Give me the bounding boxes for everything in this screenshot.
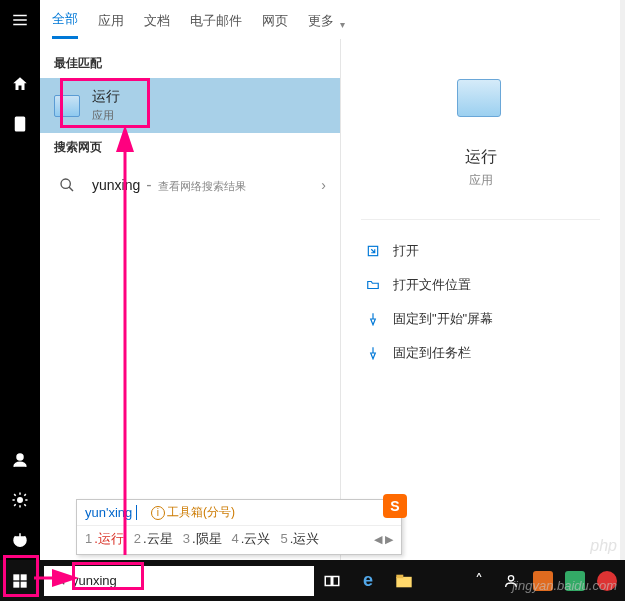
power-icon[interactable]: [0, 520, 40, 560]
action-label: 打开文件位置: [393, 276, 471, 294]
svg-rect-10: [13, 574, 19, 580]
svg-rect-12: [13, 581, 19, 587]
action-label: 打开: [393, 242, 419, 260]
filter-tabs: 全部 应用 文档 电子邮件 网页 更多 ▾: [40, 0, 620, 39]
folder-icon: [365, 277, 381, 293]
tab-apps[interactable]: 应用: [98, 12, 124, 38]
tray-chevron-up-icon[interactable]: ˄: [469, 571, 489, 591]
run-icon-large: [457, 79, 505, 127]
search-panel: 全部 应用 文档 电子邮件 网页 更多 ▾ 最佳匹配 运行 应用 搜索网页: [40, 0, 620, 560]
svg-point-7: [61, 179, 70, 188]
tab-mail[interactable]: 电子邮件: [190, 12, 242, 38]
svg-rect-3: [16, 117, 25, 131]
web-hint: 查看网络搜索结果: [158, 179, 246, 194]
ime-pinyin: yun'xing: [85, 505, 132, 520]
ime-toolbox-hint[interactable]: i工具箱(分号): [151, 504, 235, 521]
action-pin-taskbar[interactable]: 固定到任务栏: [361, 336, 600, 370]
action-open[interactable]: 打开: [361, 234, 600, 268]
search-icon: [52, 572, 66, 590]
search-text: yunxing: [72, 573, 117, 588]
document-icon[interactable]: [0, 104, 40, 144]
chevron-right-icon: ›: [321, 177, 326, 193]
tray-people-icon[interactable]: [501, 571, 521, 591]
chevron-down-icon: ▾: [340, 19, 345, 30]
result-title: 运行: [92, 88, 120, 106]
tab-docs[interactable]: 文档: [144, 12, 170, 38]
action-label: 固定到任务栏: [393, 344, 471, 362]
action-label: 固定到"开始"屏幕: [393, 310, 493, 328]
svg-point-6: [18, 498, 23, 503]
open-icon: [365, 243, 381, 259]
svg-rect-19: [396, 574, 403, 578]
svg-point-14: [54, 573, 62, 581]
ime-candidate-window: S yun'xing i工具箱(分号) 1.运行 2.云星 3.陨星 4.云兴 …: [76, 499, 402, 555]
ime-candidate[interactable]: 2.云星: [134, 530, 173, 548]
task-view-icon[interactable]: [314, 572, 350, 590]
edge-icon[interactable]: e: [350, 570, 386, 591]
tray-app-icon[interactable]: [533, 571, 553, 591]
result-run-app[interactable]: 运行 应用: [40, 78, 340, 133]
section-best-match: 最佳匹配: [40, 49, 340, 78]
tray-app-icon[interactable]: [597, 571, 617, 591]
tab-more[interactable]: 更多: [308, 12, 334, 38]
section-search-web: 搜索网页: [40, 133, 340, 162]
preview-subtitle: 应用: [469, 172, 493, 189]
preview-pane: 运行 应用 打开 打开文件位置: [340, 39, 620, 560]
svg-rect-13: [21, 581, 27, 587]
svg-line-15: [61, 580, 65, 584]
taskbar-left: [0, 0, 40, 560]
ime-candidates: 1.运行 2.云星 3.陨星 4.云兴 5.运兴 ◀ ▶: [77, 525, 401, 554]
svg-point-5: [17, 454, 23, 460]
preview-title: 运行: [465, 147, 497, 168]
tray-app-icon[interactable]: [565, 571, 585, 591]
web-query: yunxing: [92, 177, 140, 193]
gear-icon[interactable]: [0, 480, 40, 520]
action-open-location[interactable]: 打开文件位置: [361, 268, 600, 302]
svg-line-8: [69, 187, 73, 191]
run-icon: [54, 93, 80, 119]
pin-icon: [365, 311, 381, 327]
svg-rect-2: [13, 24, 27, 26]
ime-candidate[interactable]: 5.运兴: [280, 530, 319, 548]
svg-rect-16: [325, 576, 331, 585]
result-web-search[interactable]: yunxing - 查看网络搜索结果 ›: [40, 162, 340, 208]
ime-page-arrows[interactable]: ◀ ▶: [374, 533, 393, 546]
home-icon[interactable]: [0, 64, 40, 104]
sogou-logo-icon: S: [383, 494, 407, 518]
results-left: 最佳匹配 运行 应用 搜索网页 yunxing - 查看网络搜索结果 ›: [40, 39, 340, 560]
svg-rect-0: [13, 15, 27, 17]
svg-point-20: [508, 575, 513, 580]
explorer-icon[interactable]: [386, 574, 422, 588]
action-pin-start[interactable]: 固定到"开始"屏幕: [361, 302, 600, 336]
hamburger-icon[interactable]: [0, 0, 40, 40]
user-icon[interactable]: [0, 440, 40, 480]
system-tray: ˄: [469, 571, 625, 591]
ime-candidate[interactable]: 3.陨星: [183, 530, 222, 548]
tab-all[interactable]: 全部: [52, 10, 78, 39]
pin-icon: [365, 345, 381, 361]
ime-candidate[interactable]: 1.运行: [85, 530, 124, 548]
search-icon: [54, 172, 80, 198]
taskbar-bottom: yunxing e ˄: [0, 560, 625, 601]
svg-rect-11: [21, 574, 27, 580]
start-button[interactable]: [0, 560, 40, 601]
svg-rect-1: [13, 19, 27, 21]
result-subtitle: 应用: [92, 108, 120, 123]
svg-rect-17: [333, 576, 339, 585]
taskbar-search-box[interactable]: yunxing: [44, 566, 314, 596]
ime-candidate[interactable]: 4.云兴: [232, 530, 271, 548]
tab-web[interactable]: 网页: [262, 12, 288, 38]
svg-rect-18: [396, 576, 411, 587]
